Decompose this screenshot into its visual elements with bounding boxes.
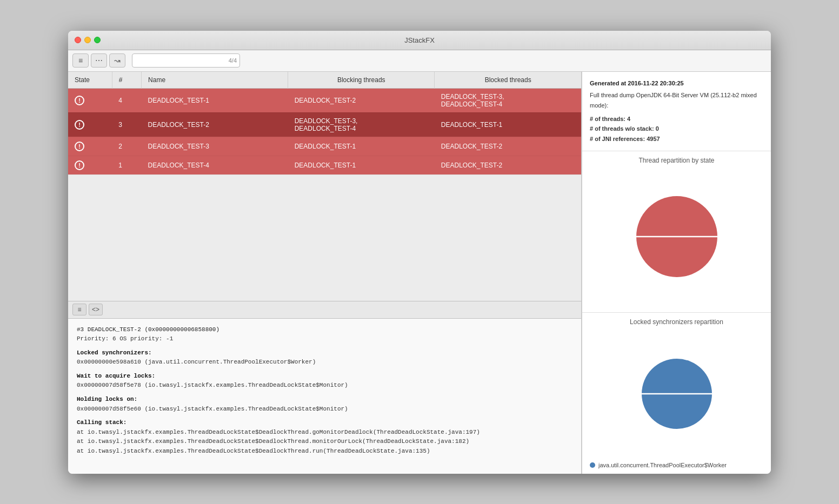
col-header-num: # xyxy=(112,72,141,89)
list-icon: ≡ xyxy=(78,56,83,65)
code-icon: ⋯ xyxy=(95,56,103,65)
deadlock-icon: ! xyxy=(75,142,84,151)
search-input[interactable] xyxy=(132,53,240,68)
wait-locks-label: Wait to acquire locks: xyxy=(77,373,155,379)
application-window: JStackFX ≡ ⋯ ↝ 4/4 State xyxy=(68,31,771,474)
code-view-button[interactable]: ⋯ xyxy=(91,53,107,68)
legend-dot xyxy=(590,462,595,468)
detail-code-btn[interactable]: <> xyxy=(89,304,103,315)
main-content: State # Name Blocking threads Blocked th… xyxy=(68,72,771,474)
cell-num: 1 xyxy=(112,156,141,174)
maximize-button[interactable] xyxy=(94,37,101,43)
deadlock-icon: ! xyxy=(75,160,84,170)
chart1-area xyxy=(590,169,763,307)
detail-list-btn[interactable]: ≡ xyxy=(72,304,86,315)
col-header-state: State xyxy=(68,72,112,89)
cell-blocking: DEADLOCK_TEST-1 xyxy=(288,156,435,174)
thread-dump-info: Generated at 2016-11-22 20:30:25 Full th… xyxy=(582,72,771,151)
cell-name: DEADLOCK_TEST-4 xyxy=(142,156,288,174)
cell-blocked: DEADLOCK_TEST-3,DEADLOCK_TEST-4 xyxy=(435,88,581,112)
list-detail-icon: ≡ xyxy=(77,306,81,313)
lightning-button[interactable]: ↝ xyxy=(109,53,125,68)
titlebar: JStackFX xyxy=(68,31,771,50)
cell-blocking: DEADLOCK_TEST-1 xyxy=(288,137,435,156)
table-row[interactable]: ! 3 DEADLOCK_TEST-2 DEADLOCK_TEST-3,DEAD… xyxy=(68,112,581,137)
cell-num: 4 xyxy=(112,88,141,112)
table-row[interactable]: ! 4 DEADLOCK_TEST-1 DEADLOCK_TEST-2 DEAD… xyxy=(68,88,581,112)
close-button[interactable] xyxy=(75,37,81,43)
thread-detail-panel: ≡ <> #3 DEADLOCK_TEST-2 (0x0000000000685… xyxy=(68,301,582,474)
stack-lines: at io.twasyl.jstackfx.examples.ThreadDea… xyxy=(77,428,572,456)
holding-label: Holding locks on: xyxy=(77,396,137,402)
vm-info: Full thread dump OpenJDK 64-Bit Server V… xyxy=(590,90,763,110)
thread-repartition-section: Thread repartition by state xyxy=(582,151,771,313)
col-header-name: Name xyxy=(142,72,288,89)
legend-label: java.util.concurrent.ThreadPoolExecutor$… xyxy=(598,462,727,468)
cell-state: ! xyxy=(68,156,112,174)
code-detail-icon: <> xyxy=(92,306,99,313)
cell-state: ! xyxy=(68,112,112,137)
traffic-lights xyxy=(75,37,101,43)
lightning-icon: ↝ xyxy=(114,56,121,65)
stack-line: at io.twasyl.jstackfx.examples.ThreadDea… xyxy=(77,437,572,447)
deadlock-icon: ! xyxy=(75,120,84,130)
stack-line: at io.twasyl.jstackfx.examples.ThreadDea… xyxy=(77,447,572,456)
holding-addr: 0x00000007d58f5e60 (io.twasyl.jstackfx.e… xyxy=(77,405,572,414)
toolbar: ≡ ⋯ ↝ 4/4 xyxy=(68,50,771,72)
table-header-row: State # Name Blocking threads Blocked th… xyxy=(68,72,581,89)
cell-blocking: DEADLOCK_TEST-3,DEADLOCK_TEST-4 xyxy=(288,112,435,137)
list-view-button[interactable]: ≡ xyxy=(72,53,89,68)
cell-state: ! xyxy=(68,137,112,156)
wait-locks-addr: 0x00000007d58f5e78 (io.twasyl.jstackfx.e… xyxy=(77,381,572,391)
thread-priority: Priority: 6 OS priority: -1 xyxy=(77,334,572,344)
cell-num: 3 xyxy=(112,112,141,137)
thread-table: State # Name Blocking threads Blocked th… xyxy=(68,72,581,175)
pie-chart-2 xyxy=(634,351,720,439)
locked-sync-label: Locked synchronizers: xyxy=(77,350,152,356)
stack-line: at io.twasyl.jstackfx.examples.ThreadDea… xyxy=(77,428,572,438)
locked-sync-section: Locked synchronizers repartition java.ut… xyxy=(582,313,771,474)
thread-table-container[interactable]: State # Name Blocking threads Blocked th… xyxy=(68,72,582,301)
chart1-title: Thread repartition by state xyxy=(590,157,763,164)
col-header-blocking: Blocking threads xyxy=(288,72,435,89)
calling-label: Calling stack: xyxy=(77,419,126,426)
right-panel: Generated at 2016-11-22 20:30:25 Full th… xyxy=(582,72,771,474)
detail-toolbar: ≡ <> xyxy=(68,301,581,319)
chart2-legend: java.util.concurrent.ThreadPoolExecutor$… xyxy=(590,462,763,468)
threads-count: # of threads: 4 xyxy=(590,116,630,122)
table-row[interactable]: ! 1 DEADLOCK_TEST-4 DEADLOCK_TEST-1 DEAD… xyxy=(68,156,581,174)
window-title: JStackFX xyxy=(404,36,435,44)
search-count: 4/4 xyxy=(229,57,237,64)
chart2-area xyxy=(590,330,763,460)
cell-blocked: DEADLOCK_TEST-2 xyxy=(435,137,581,156)
jni-refs: # of JNI references: 4957 xyxy=(590,136,660,142)
table-row[interactable]: ! 2 DEADLOCK_TEST-3 DEADLOCK_TEST-1 DEAD… xyxy=(68,137,581,156)
cell-state: ! xyxy=(68,88,112,112)
cell-num: 2 xyxy=(112,137,141,156)
cell-blocking: DEADLOCK_TEST-2 xyxy=(288,88,435,112)
pie-chart-1 xyxy=(628,188,725,287)
thread-title: #3 DEADLOCK_TEST-2 (0x00000000006858800) xyxy=(77,325,572,335)
generated-label: Generated at 2016-11-22 20:30:25 xyxy=(590,78,763,89)
left-panel: State # Name Blocking threads Blocked th… xyxy=(68,72,582,474)
threads-no-stack: # of threads w/o stack: 0 xyxy=(590,125,659,132)
col-header-blocked: Blocked threads xyxy=(435,72,581,89)
cell-blocked: DEADLOCK_TEST-2 xyxy=(435,156,581,174)
locked-sync-addr: 0x00000000e598a610 (java.util.concurrent… xyxy=(77,358,572,367)
cell-name: DEADLOCK_TEST-2 xyxy=(142,112,288,137)
chart2-title: Locked synchronizers repartition xyxy=(590,318,763,326)
deadlock-icon: ! xyxy=(75,96,84,105)
minimize-button[interactable] xyxy=(84,37,91,43)
cell-blocked: DEADLOCK_TEST-1 xyxy=(435,112,581,137)
search-container: 4/4 xyxy=(132,53,240,68)
cell-name: DEADLOCK_TEST-1 xyxy=(142,88,288,112)
thread-detail-content[interactable]: #3 DEADLOCK_TEST-2 (0x00000000006858800)… xyxy=(68,319,581,474)
cell-name: DEADLOCK_TEST-3 xyxy=(142,137,288,156)
